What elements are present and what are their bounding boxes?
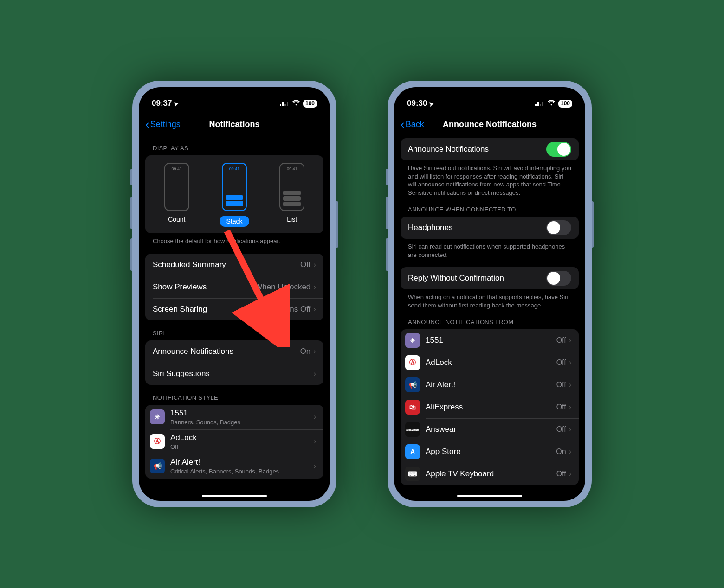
app-value: Off [556, 358, 566, 367]
row-label: Show Previews [153, 282, 255, 292]
app-icon: 🛍 [405, 400, 420, 415]
wifi-icon [292, 99, 300, 108]
row-value: When Unlocked [255, 282, 310, 292]
signal-icon [280, 99, 289, 108]
row-value: Notifications Off [255, 305, 311, 314]
nav-bar: ‹ Settings Notifications [139, 113, 330, 135]
app-name: 1551 [170, 409, 314, 418]
app-name: App Store [426, 447, 556, 456]
row-label: Screen Sharing [153, 305, 255, 314]
section-notification-style: NOTIFICATION STYLE [153, 394, 323, 401]
mode-list-label: List [287, 216, 297, 223]
chevron-right-icon: › [314, 462, 316, 470]
app-icon: 📢 [405, 377, 420, 392]
app-name: Air Alert! [426, 380, 556, 390]
toggle-switch[interactable] [546, 142, 571, 157]
wifi-icon [547, 99, 556, 108]
row-label: Scheduled Summary [153, 260, 300, 269]
svg-rect-7 [540, 104, 541, 106]
app-row-adlock[interactable]: ⒶAdLockOff› [401, 352, 579, 374]
row-value: Off [300, 260, 310, 269]
svg-rect-1 [282, 102, 284, 106]
row-scheduled-summary[interactable]: Scheduled Summary Off › [145, 254, 323, 276]
chevron-right-icon: › [569, 470, 571, 478]
app-name: AliExpress [426, 403, 556, 412]
mode-count[interactable]: 09:41 Count [164, 163, 189, 227]
row-announce-notifications[interactable]: Announce Notifications On › [145, 340, 323, 363]
location-icon: ➤ [428, 99, 435, 108]
app-row-1551[interactable]: ✳1551Banners, Sounds, Badges› [145, 405, 323, 429]
mode-list[interactable]: 09:41 List [279, 163, 304, 227]
app-row-1551[interactable]: ✳1551Off› [401, 329, 579, 352]
app-value: On [556, 447, 566, 456]
mode-stack-label: Stack [220, 216, 249, 227]
headphones-footer: Siri can read out notifications when sup… [408, 243, 571, 259]
app-icon: ✳ [405, 333, 420, 348]
app-list: ✳1551Off›ⒶAdLockOff›📢Air Alert!Off›🛍AliE… [401, 329, 579, 485]
toggle-announce[interactable]: Announce Notifications [401, 138, 579, 160]
row-label: Reply Without Confirmation [408, 274, 546, 283]
page-title: Announce Notifications [443, 120, 537, 129]
chevron-right-icon: › [313, 305, 316, 314]
nav-bar: ‹ Back Announce Notifications [394, 113, 585, 135]
display-as-footer: Choose the default for how notifications… [153, 237, 316, 245]
page-title: Notifications [209, 120, 259, 129]
back-button[interactable]: ‹ Back [401, 120, 424, 129]
app-row-air-alert-[interactable]: 📢Air Alert!Critical Alerts, Banners, Sou… [145, 454, 323, 479]
phone-right: 09:30 ➤ 100 ‹ Back Announce Notification… [388, 81, 592, 507]
row-siri-suggestions[interactable]: Siri Suggestions › [145, 363, 323, 385]
app-row-answear[interactable]: answearAnswearOff› [401, 418, 579, 441]
svg-rect-6 [537, 102, 539, 106]
chevron-right-icon: › [313, 260, 316, 269]
chevron-right-icon: › [313, 369, 316, 378]
home-indicator[interactable] [202, 495, 267, 497]
chevron-right-icon: › [313, 282, 316, 292]
announce-footer: Have Siri read out notifications. Siri w… [408, 164, 571, 197]
mode-stack[interactable]: 09:41 Stack [220, 163, 249, 227]
app-row-adlock[interactable]: ⒶAdLockOff› [145, 429, 323, 454]
row-show-previews[interactable]: Show Previews When Unlocked › [145, 276, 323, 298]
app-subtitle: Critical Alerts, Banners, Sounds, Badges [170, 468, 314, 475]
back-label: Settings [150, 120, 181, 129]
app-icon: Ⓐ [150, 434, 165, 449]
back-button[interactable]: ‹ Settings [145, 120, 181, 129]
app-icon: Ⓐ [405, 355, 420, 370]
home-indicator[interactable] [457, 495, 522, 497]
toggle-headphones[interactable]: Headphones [401, 217, 579, 239]
section-display-as: DISPLAY AS [153, 145, 323, 152]
app-row-aliexpress[interactable]: 🛍AliExpressOff› [401, 396, 579, 418]
app-row-apple-tv-keyboard[interactable]: ⌨Apple TV KeyboardOff› [401, 463, 579, 485]
app-subtitle: Off [170, 443, 314, 450]
battery-icon: 100 [303, 100, 317, 108]
reply-footer: When acting on a notification that suppo… [408, 293, 571, 309]
chevron-right-icon: › [569, 403, 571, 411]
app-value: Off [556, 381, 566, 389]
toggle-switch[interactable] [546, 220, 571, 235]
toggle-switch[interactable] [546, 271, 571, 286]
chevron-right-icon: › [313, 347, 316, 356]
app-name: AdLock [170, 433, 314, 442]
app-name: 1551 [426, 336, 556, 345]
app-value: Off [556, 403, 566, 411]
app-name: AdLock [426, 358, 556, 367]
app-subtitle: Banners, Sounds, Badges [170, 419, 314, 426]
section-announce-from: ANNOUNCE NOTIFICATIONS FROM [408, 319, 579, 326]
svg-rect-0 [280, 104, 281, 106]
location-icon: ➤ [173, 99, 180, 108]
row-screen-sharing[interactable]: Screen Sharing Notifications Off › [145, 298, 323, 320]
row-label: Siri Suggestions [153, 369, 313, 378]
section-connected-to: ANNOUNCE WHEN CONNECTED TO [408, 206, 579, 213]
row-label: Announce Notifications [408, 145, 546, 154]
chevron-right-icon: › [314, 437, 316, 446]
chevron-right-icon: › [569, 425, 571, 434]
display-mode-picker: 09:41 Count 09:41 Stack 09:41 [145, 155, 323, 233]
phone-left: 09:37 ➤ 100 ‹ Settings Notifications DIS… [132, 81, 336, 507]
app-name: Air Alert! [170, 458, 314, 467]
app-icon: 📢 [150, 459, 165, 473]
app-row-air-alert-[interactable]: 📢Air Alert!Off› [401, 374, 579, 396]
dynamic-island [207, 96, 262, 111]
toggle-reply-without-confirm[interactable]: Reply Without Confirmation [401, 267, 579, 289]
app-row-app-store[interactable]: AApp StoreOn› [401, 441, 579, 463]
svg-rect-5 [535, 104, 537, 106]
app-icon: ⌨ [405, 467, 420, 481]
